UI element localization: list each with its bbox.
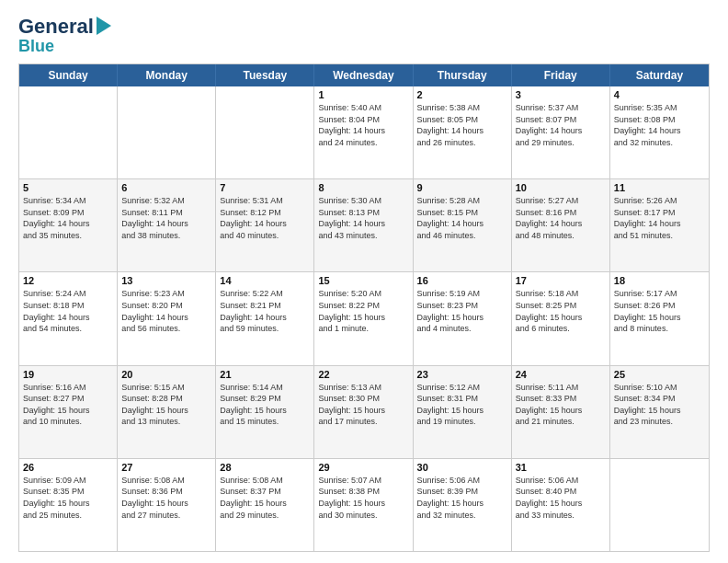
day-info-line: Sunset: 8:18 PM xyxy=(23,300,113,312)
day-info-line: Sunrise: 5:40 AM xyxy=(318,102,408,114)
calendar-day-cell: 14Sunrise: 5:22 AMSunset: 8:21 PMDayligh… xyxy=(216,272,314,364)
day-info-line: Sunrise: 5:38 AM xyxy=(417,102,507,114)
day-info-line: Sunset: 8:26 PM xyxy=(614,300,705,312)
day-info-line: Sunrise: 5:31 AM xyxy=(220,195,310,207)
weekday-header: Thursday xyxy=(414,64,512,86)
day-number: 14 xyxy=(220,275,310,286)
calendar-day-cell: 12Sunrise: 5:24 AMSunset: 8:18 PMDayligh… xyxy=(19,272,118,364)
day-info-line: Sunset: 8:37 PM xyxy=(220,486,310,498)
day-info-line: Sunset: 8:17 PM xyxy=(614,207,705,219)
day-info-line: Sunset: 8:28 PM xyxy=(121,393,211,405)
day-info-line: Sunrise: 5:35 AM xyxy=(614,102,705,114)
day-info-line: and 6 minutes. xyxy=(516,323,606,335)
day-number: 26 xyxy=(23,462,113,473)
day-info-line: and 25 minutes. xyxy=(23,510,113,522)
day-info-line: Daylight: 14 hours xyxy=(220,218,310,230)
calendar-day-cell: 11Sunrise: 5:26 AMSunset: 8:17 PMDayligh… xyxy=(610,179,709,271)
day-info-line: Sunrise: 5:19 AM xyxy=(417,288,507,300)
day-info-line: Sunrise: 5:08 AM xyxy=(220,475,310,487)
day-info-line: Sunrise: 5:27 AM xyxy=(516,195,606,207)
day-number: 10 xyxy=(516,182,606,193)
day-info-line: Daylight: 14 hours xyxy=(614,218,705,230)
calendar-day-cell: 2Sunrise: 5:38 AMSunset: 8:05 PMDaylight… xyxy=(414,86,512,178)
day-info-line: and 27 minutes. xyxy=(121,510,211,522)
day-info-line: and 51 minutes. xyxy=(614,230,705,242)
day-info-line: Sunset: 8:08 PM xyxy=(614,114,705,126)
calendar-day-cell: 27Sunrise: 5:08 AMSunset: 8:36 PMDayligh… xyxy=(118,459,216,551)
calendar-day-cell: 20Sunrise: 5:15 AMSunset: 8:28 PMDayligh… xyxy=(118,366,216,458)
day-number: 19 xyxy=(23,369,113,380)
day-info-line: Daylight: 15 hours xyxy=(23,498,113,510)
calendar-day-cell: 10Sunrise: 5:27 AMSunset: 8:16 PMDayligh… xyxy=(512,179,610,271)
day-info-line: Sunset: 8:20 PM xyxy=(121,300,211,312)
day-info-line: Sunset: 8:38 PM xyxy=(318,486,408,498)
day-number: 30 xyxy=(417,462,507,473)
calendar-day-cell: 18Sunrise: 5:17 AMSunset: 8:26 PMDayligh… xyxy=(610,272,709,364)
day-info-line: Sunset: 8:23 PM xyxy=(417,300,507,312)
day-info-line: and 48 minutes. xyxy=(516,230,606,242)
calendar-header: SundayMondayTuesdayWednesdayThursdayFrid… xyxy=(19,64,709,86)
day-info-line: Daylight: 15 hours xyxy=(516,312,606,324)
day-info-line: and 33 minutes. xyxy=(516,510,606,522)
weekday-header: Saturday xyxy=(610,64,709,86)
day-info-line: and 54 minutes. xyxy=(23,323,113,335)
day-info-line: Sunrise: 5:24 AM xyxy=(23,288,113,300)
day-number: 20 xyxy=(121,369,211,380)
logo: General Blue xyxy=(18,15,111,56)
day-info-line: Sunrise: 5:14 AM xyxy=(220,382,310,394)
day-info-line: Daylight: 15 hours xyxy=(614,405,705,417)
day-info-line: Daylight: 15 hours xyxy=(417,498,507,510)
calendar-day-cell xyxy=(216,86,314,178)
calendar-week-row: 5Sunrise: 5:34 AMSunset: 8:09 PMDaylight… xyxy=(19,178,709,271)
day-info-line: Sunset: 8:34 PM xyxy=(614,393,705,405)
calendar-day-cell: 22Sunrise: 5:13 AMSunset: 8:30 PMDayligh… xyxy=(314,366,413,458)
weekday-header: Friday xyxy=(512,64,610,86)
day-info-line: and 10 minutes. xyxy=(23,416,113,428)
day-info-line: Daylight: 15 hours xyxy=(121,498,211,510)
day-info-line: and 1 minute. xyxy=(318,323,408,335)
day-info-line: Sunrise: 5:30 AM xyxy=(318,195,408,207)
day-info-line: Daylight: 15 hours xyxy=(516,498,606,510)
day-info-line: Sunset: 8:40 PM xyxy=(516,486,606,498)
calendar-day-cell: 31Sunrise: 5:06 AMSunset: 8:40 PMDayligh… xyxy=(512,459,610,551)
day-info-line: Sunset: 8:12 PM xyxy=(220,207,310,219)
calendar-day-cell: 21Sunrise: 5:14 AMSunset: 8:29 PMDayligh… xyxy=(216,366,314,458)
day-number: 22 xyxy=(318,369,408,380)
calendar-day-cell: 24Sunrise: 5:11 AMSunset: 8:33 PMDayligh… xyxy=(512,366,610,458)
day-info-line: and 24 minutes. xyxy=(318,137,408,149)
day-info-line: Sunset: 8:30 PM xyxy=(318,393,408,405)
day-info-line: Sunset: 8:36 PM xyxy=(121,486,211,498)
day-number: 15 xyxy=(318,275,408,286)
calendar-day-cell xyxy=(19,86,118,178)
day-number: 13 xyxy=(121,275,211,286)
day-number: 31 xyxy=(516,462,606,473)
calendar-week-row: 12Sunrise: 5:24 AMSunset: 8:18 PMDayligh… xyxy=(19,271,709,364)
day-info-line: Sunrise: 5:28 AM xyxy=(417,195,507,207)
day-number: 4 xyxy=(614,89,705,100)
day-info-line: Sunset: 8:27 PM xyxy=(23,393,113,405)
day-number: 11 xyxy=(614,182,705,193)
day-info-line: and 59 minutes. xyxy=(220,323,310,335)
day-info-line: Daylight: 14 hours xyxy=(318,218,408,230)
day-info-line: Sunset: 8:39 PM xyxy=(417,486,507,498)
calendar-day-cell: 26Sunrise: 5:09 AMSunset: 8:35 PMDayligh… xyxy=(19,459,118,551)
day-number: 25 xyxy=(614,369,705,380)
calendar-day-cell xyxy=(610,459,709,551)
day-info-line: Sunrise: 5:11 AM xyxy=(516,382,606,394)
day-number: 2 xyxy=(417,89,507,100)
calendar-day-cell: 3Sunrise: 5:37 AMSunset: 8:07 PMDaylight… xyxy=(512,86,610,178)
calendar-week-row: 26Sunrise: 5:09 AMSunset: 8:35 PMDayligh… xyxy=(19,458,709,551)
day-number: 18 xyxy=(614,275,705,286)
page: General Blue SundayMondayTuesdayWednesda… xyxy=(0,0,728,563)
day-number: 6 xyxy=(121,182,211,193)
calendar-day-cell: 23Sunrise: 5:12 AMSunset: 8:31 PMDayligh… xyxy=(414,366,512,458)
calendar-day-cell: 8Sunrise: 5:30 AMSunset: 8:13 PMDaylight… xyxy=(314,179,413,271)
calendar-day-cell: 29Sunrise: 5:07 AMSunset: 8:38 PMDayligh… xyxy=(314,459,413,551)
calendar-day-cell: 25Sunrise: 5:10 AMSunset: 8:34 PMDayligh… xyxy=(610,366,709,458)
calendar-day-cell: 15Sunrise: 5:20 AMSunset: 8:22 PMDayligh… xyxy=(314,272,413,364)
day-info-line: Sunrise: 5:12 AM xyxy=(417,382,507,394)
calendar-day-cell: 13Sunrise: 5:23 AMSunset: 8:20 PMDayligh… xyxy=(118,272,216,364)
day-info-line: and 32 minutes. xyxy=(417,510,507,522)
day-info-line: Daylight: 15 hours xyxy=(417,405,507,417)
day-info-line: and 38 minutes. xyxy=(121,230,211,242)
